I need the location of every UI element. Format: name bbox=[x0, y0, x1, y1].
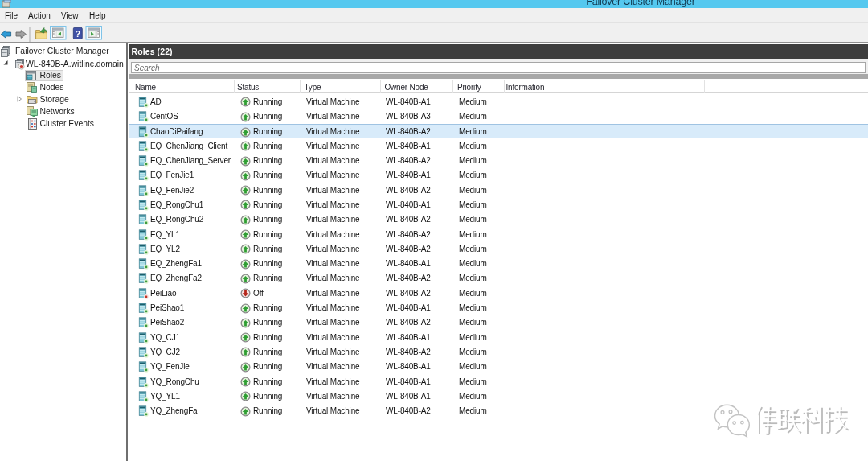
svg-text:?: ? bbox=[75, 29, 80, 39]
